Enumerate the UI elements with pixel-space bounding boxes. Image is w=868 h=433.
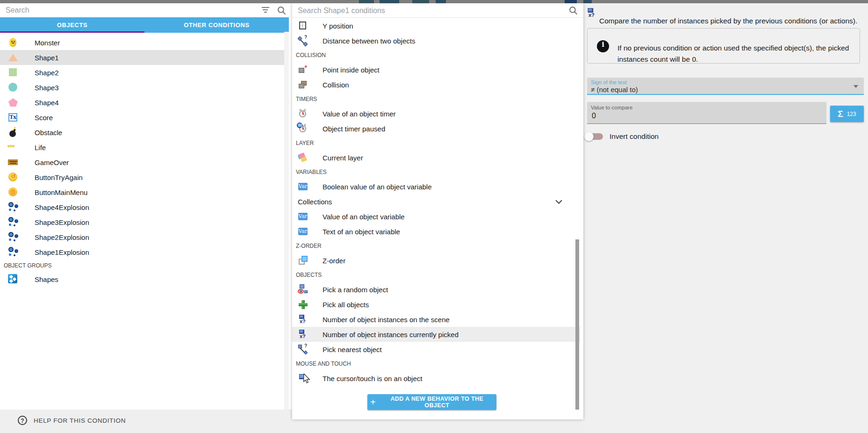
- object-item[interactable]: Monster: [0, 35, 284, 50]
- section-header: OBJECTS: [292, 268, 580, 282]
- sign-of-test-value: ≠ (not equal to): [591, 86, 638, 94]
- condition-search-input[interactable]: [297, 5, 559, 16]
- condition-item[interactable]: x?Number of object instances currently p…: [292, 327, 580, 342]
- tab-bar: OBJECTS OTHER CONDITIONS: [0, 17, 289, 33]
- group-icon: [7, 274, 19, 285]
- condition-item[interactable]: Value of an object timer: [292, 106, 580, 121]
- section-header: MOUSE AND TOUCH: [292, 357, 580, 371]
- condition-item[interactable]: Pick all objects: [292, 297, 580, 312]
- expression-editor-button[interactable]: Σ 123: [830, 106, 864, 122]
- condition-description: Compare the number of instances picked b…: [599, 16, 864, 26]
- tab-objects[interactable]: OBJECTS: [0, 17, 144, 33]
- explosion-icon: [7, 202, 19, 213]
- object-item[interactable]: Shape4Explosion: [0, 200, 284, 215]
- object-item[interactable]: GameOver: [0, 155, 284, 170]
- z-order-icon: [297, 255, 308, 266]
- explosion-icon: [7, 231, 19, 243]
- condition-item[interactable]: Z-order: [292, 253, 580, 268]
- object-item[interactable]: Shape1: [0, 50, 284, 65]
- pick-all-icon: [297, 299, 308, 310]
- condition-item[interactable]: Collision: [292, 77, 580, 92]
- condition-editor-panel: x? Compare the number of instances picke…: [583, 3, 868, 433]
- background-app-strip: [0, 0, 868, 3]
- object-item[interactable]: Shape2Explosion: [0, 230, 284, 245]
- condition-item[interactable]: VarBoolean value of an object variable: [292, 179, 580, 194]
- var-icon: Var: [297, 226, 308, 237]
- instances-count-icon: x?: [586, 7, 597, 19]
- hearts-icon: ♥♥♥: [7, 142, 19, 153]
- object-group-list: Shapes: [0, 272, 284, 287]
- triangle-icon: [7, 52, 19, 63]
- collision-icon: [297, 79, 308, 90]
- object-item[interactable]: Shape3: [0, 80, 284, 95]
- object-list: MonsterShape1Shape2Shape3Shape4TxScore✦O…: [0, 35, 284, 260]
- bomb-icon: ✦: [7, 127, 19, 138]
- conditions-scrollbar-thumb[interactable]: [575, 239, 579, 410]
- section-header: LAYER: [292, 136, 580, 150]
- sign-of-test-select[interactable]: Sign of the test ≠ (not equal to): [587, 78, 864, 95]
- dropdown-arrow-icon: [854, 85, 858, 88]
- circle-icon: [7, 82, 19, 93]
- search-icon: [277, 6, 286, 15]
- condition-subgroup[interactable]: Collections: [292, 194, 580, 209]
- condition-item[interactable]: Current layer: [292, 150, 580, 165]
- object-group-item[interactable]: Shapes: [0, 272, 284, 287]
- distance-icon: ?: [297, 35, 308, 46]
- value-to-compare-input[interactable]: [591, 111, 820, 121]
- object-item[interactable]: ✦Obstacle: [0, 125, 284, 140]
- explosion-icon: [7, 246, 19, 258]
- count-icon: x?: [297, 314, 308, 325]
- conditions-panel: Y position?Distance between two objectsC…: [292, 3, 583, 419]
- value-to-compare-field: Value to compare: [587, 102, 826, 124]
- plus-icon: +: [370, 397, 376, 407]
- retry-icon: ↺: [7, 172, 19, 183]
- var-icon: Var: [297, 181, 308, 192]
- gameover-icon: [7, 157, 19, 168]
- condition-search-bar: [292, 3, 583, 18]
- search-icon: [569, 6, 578, 15]
- condition-item[interactable]: ?Distance between two objects: [292, 33, 580, 48]
- home-icon: ⌂: [7, 187, 19, 198]
- condition-item[interactable]: Y position: [292, 18, 580, 33]
- point-inside-icon: ++: [297, 64, 308, 75]
- condition-item[interactable]: ++Point inside object: [292, 62, 580, 77]
- filter-icon[interactable]: [262, 7, 270, 13]
- monster-icon: [7, 37, 19, 48]
- object-item[interactable]: ♥♥♥Life: [0, 140, 284, 155]
- count-icon: x?: [297, 329, 308, 340]
- invert-condition-toggle[interactable]: [584, 131, 605, 142]
- condition-item[interactable]: The cursor/touch is on an object: [292, 371, 580, 386]
- add-behavior-button[interactable]: + ADD A NEW BEHAVIOR TO THE OBJECT: [367, 394, 496, 410]
- condition-item[interactable]: VarValue of an object variable: [292, 209, 580, 224]
- pick-random-icon: [297, 284, 308, 295]
- object-item[interactable]: Shape3Explosion: [0, 215, 284, 230]
- chevron-down-icon: [555, 200, 562, 204]
- object-item[interactable]: Shape1Explosion: [0, 245, 284, 260]
- condition-item[interactable]: ?Pick nearest object: [292, 342, 580, 357]
- condition-item[interactable]: Object timer paused: [292, 121, 580, 136]
- object-item[interactable]: ↺ButtonTryAgain: [0, 170, 284, 185]
- help-button[interactable]: ? HELP FOR THIS CONDITION: [18, 416, 126, 425]
- condition-item[interactable]: Pick a random object: [292, 282, 580, 297]
- condition-list: Y position?Distance between two objectsC…: [292, 18, 583, 386]
- section-header: COLLISION: [292, 48, 580, 62]
- object-item[interactable]: Shape4: [0, 95, 284, 110]
- object-item[interactable]: TxScore: [0, 110, 284, 125]
- object-item[interactable]: Shape2: [0, 65, 284, 80]
- layer-icon: [297, 152, 308, 163]
- section-header: TIMERS: [292, 92, 580, 106]
- info-text: If no previous condition or action used …: [617, 43, 851, 65]
- timer-icon: [297, 108, 308, 119]
- object-item[interactable]: ⌂ButtonMainMenu: [0, 185, 284, 200]
- mouse-cursor: [303, 374, 310, 384]
- active-tab-underline: [0, 31, 144, 33]
- tab-other-conditions[interactable]: OTHER CONDITIONS: [144, 17, 289, 33]
- condition-item[interactable]: VarText of an object variable: [292, 224, 580, 239]
- info-icon: i: [597, 40, 609, 52]
- condition-item[interactable]: x?Number of object instances on the scen…: [292, 312, 580, 327]
- object-search-input[interactable]: [5, 5, 248, 16]
- left-panel-scrollbar[interactable]: [284, 32, 289, 410]
- sigma-icon: Σ: [838, 109, 843, 119]
- value-to-compare-label: Value to compare: [591, 105, 632, 110]
- left-panel: OBJECTS OTHER CONDITIONS MonsterShape1Sh…: [0, 3, 289, 410]
